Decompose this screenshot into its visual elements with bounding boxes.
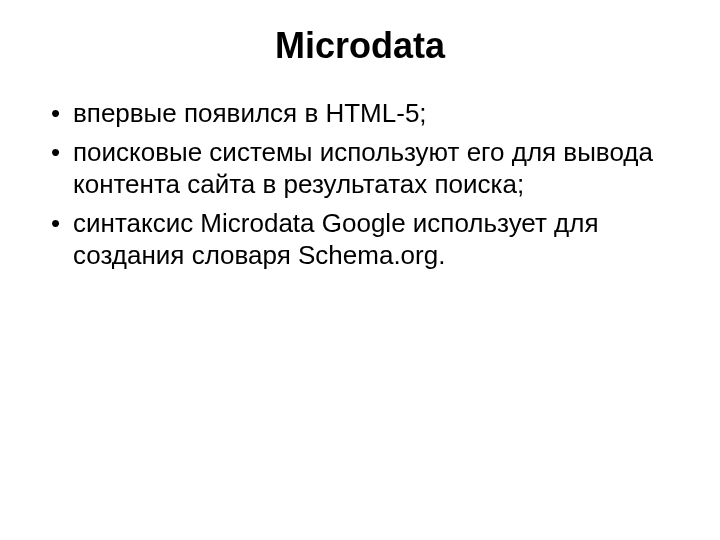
- bullet-item: синтаксис Microdata Google использует дл…: [45, 207, 675, 272]
- bullet-item: впервые появился в HTML-5;: [45, 97, 675, 130]
- bullet-list: впервые появился в HTML-5; поисковые сис…: [45, 97, 675, 272]
- bullet-item: поисковые системы используют его для выв…: [45, 136, 675, 201]
- slide-title: Microdata: [45, 25, 675, 67]
